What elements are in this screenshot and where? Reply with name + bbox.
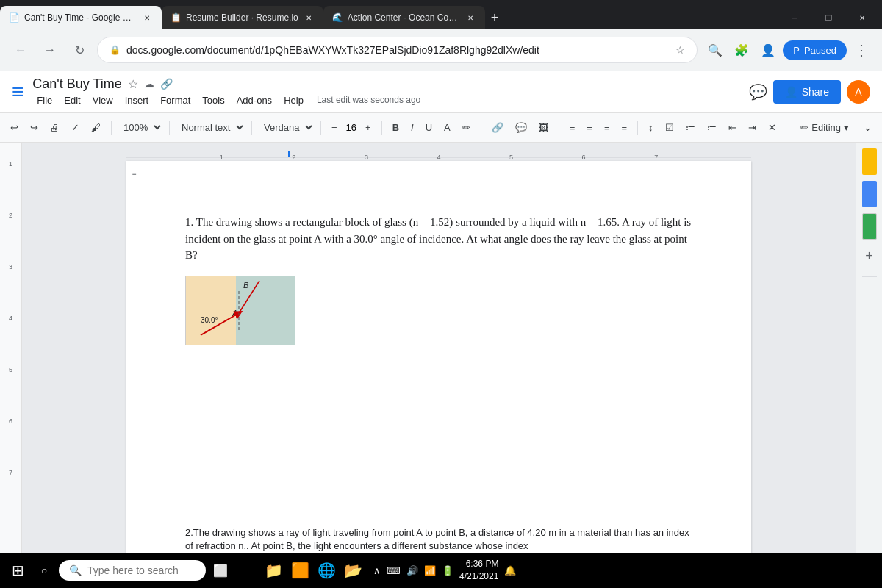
- minimize-button[interactable]: ─: [778, 6, 811, 29]
- chrome-icon: 🌐: [318, 562, 336, 579]
- taskbar-search-input[interactable]: [87, 564, 196, 576]
- italic-button[interactable]: I: [406, 119, 418, 136]
- menu-addons[interactable]: Add-ons: [232, 93, 276, 107]
- line-spacing-button[interactable]: ↕: [644, 119, 658, 136]
- search-icon-btn[interactable]: 🔍: [703, 38, 727, 62]
- taskbar-folder-icon[interactable]: 📁: [262, 559, 285, 582]
- taskbar-search-icon[interactable]: ○: [32, 559, 56, 582]
- taskbar-time-display[interactable]: 6:36 PM 4/21/2021: [459, 558, 498, 583]
- doc-page[interactable]: ≡ 1. The drawing shows a rectangular blo…: [126, 161, 751, 553]
- align-right-button[interactable]: ≡: [600, 119, 614, 136]
- right-panel-plus[interactable]: +: [865, 248, 873, 264]
- maximize-button[interactable]: ❐: [811, 6, 845, 29]
- expand-button[interactable]: ⌄: [859, 119, 876, 136]
- zoom-select[interactable]: 100%: [118, 120, 163, 135]
- profile-icon-btn[interactable]: 👤: [756, 38, 780, 62]
- menu-tools[interactable]: Tools: [198, 93, 229, 107]
- bold-button[interactable]: B: [388, 119, 404, 136]
- windows-start-button[interactable]: ⊞: [6, 559, 29, 582]
- tab-1[interactable]: 📄 Can't Buy Time - Google Docs ✕: [0, 6, 162, 29]
- taskbar-files-icon[interactable]: 📂: [341, 559, 365, 582]
- docs-favorite-icon[interactable]: ☆: [128, 77, 138, 91]
- back-button[interactable]: ←: [9, 38, 32, 62]
- ruler-num-3: 3: [365, 154, 368, 161]
- taskbar-search-bar[interactable]: 🔍: [59, 560, 206, 581]
- menu-edit[interactable]: Edit: [60, 93, 85, 107]
- mail-icon: ✉: [241, 562, 254, 579]
- number-list-button[interactable]: ≔: [703, 119, 721, 136]
- checklist-button[interactable]: ☑: [661, 119, 678, 136]
- refresh-button[interactable]: ↻: [68, 38, 91, 62]
- doc-scroll[interactable]: 1 2 3 4 5 6 7 ≡: [22, 143, 856, 553]
- forward-button[interactable]: →: [38, 38, 62, 62]
- bullet-list-button[interactable]: ≔: [681, 119, 700, 136]
- menu-view[interactable]: View: [88, 93, 118, 107]
- editing-dropdown[interactable]: ✏ Editing ▾: [793, 119, 856, 136]
- image-button[interactable]: 🖼: [534, 119, 553, 136]
- font-size-decrease[interactable]: −: [327, 119, 342, 136]
- ruler-cursor: [288, 151, 290, 157]
- redo-button[interactable]: ↪: [26, 119, 43, 136]
- date-text: 4/21/2021: [459, 570, 498, 583]
- docs-share-icon: 🔗: [160, 78, 173, 90]
- toolbar-separator-5: [381, 121, 382, 135]
- extensions-icon-btn[interactable]: 🧩: [730, 38, 753, 62]
- menu-insert[interactable]: Insert: [121, 93, 154, 107]
- url-bar[interactable]: 🔒 docs.google.com/document/d/1pQhEBaWXYW…: [97, 37, 698, 63]
- underline-button[interactable]: U: [421, 119, 437, 136]
- taskbar-chrome-icon[interactable]: 🌐: [315, 559, 338, 582]
- tab-1-close[interactable]: ✕: [141, 12, 153, 24]
- menu-help[interactable]: Help: [279, 93, 308, 107]
- font-select[interactable]: Verdana: [258, 120, 315, 135]
- new-tab-button[interactable]: +: [485, 10, 505, 26]
- right-panel-green-icon[interactable]: [862, 213, 877, 240]
- browser-menu-button[interactable]: ⋮: [850, 38, 873, 62]
- font-size-increase[interactable]: +: [361, 119, 376, 136]
- tab-3-close[interactable]: ✕: [465, 12, 476, 24]
- menu-format[interactable]: Format: [156, 93, 195, 107]
- docs-title-text: Can't Buy Time: [32, 76, 121, 92]
- taskbar-office-icon[interactable]: 🟧: [288, 559, 312, 582]
- toolbar-separator-6: [481, 121, 481, 135]
- tab-2-close[interactable]: ✕: [303, 12, 315, 24]
- taskbar-mail-icon[interactable]: ✉: [235, 559, 259, 582]
- right-panel: +: [856, 143, 882, 553]
- comment-icon[interactable]: 💬: [749, 83, 767, 101]
- notification-icon[interactable]: 🔔: [504, 565, 516, 576]
- print-button[interactable]: 🖨: [46, 119, 64, 136]
- link-button[interactable]: 🔗: [487, 119, 508, 136]
- undo-button[interactable]: ↩: [6, 119, 23, 136]
- app-area: ≡ Can't Buy Time ☆ ☁ 🔗 File Edit View In…: [0, 71, 882, 553]
- docs-menu: File Edit View Insert Format Tools Add-o…: [32, 93, 742, 107]
- align-justify-button[interactable]: ≡: [617, 119, 632, 136]
- align-left-button[interactable]: ≡: [565, 119, 580, 136]
- menu-file[interactable]: File: [32, 93, 57, 107]
- align-center-button[interactable]: ≡: [582, 119, 597, 136]
- tab-2[interactable]: 📋 Resume Builder · Resume.io ✕: [162, 6, 323, 29]
- indent-decrease-button[interactable]: ⇤: [724, 119, 741, 136]
- docs-title-area: Can't Buy Time ☆ ☁ 🔗 File Edit View Inse…: [32, 76, 742, 107]
- paused-button[interactable]: P Paused: [783, 40, 847, 60]
- wifi-icon[interactable]: 📶: [424, 565, 436, 576]
- right-panel-blue-icon[interactable]: [862, 181, 877, 207]
- up-arrow-icon[interactable]: ∧: [373, 565, 381, 576]
- indent-increase-button[interactable]: ⇥: [744, 119, 761, 136]
- color-button[interactable]: A: [440, 119, 455, 136]
- clear-format-button[interactable]: ✕: [764, 119, 781, 136]
- close-button[interactable]: ✕: [845, 6, 879, 29]
- window-controls: ─ ❐ ✕: [778, 6, 882, 29]
- taskview-button[interactable]: ⬜: [209, 559, 232, 582]
- style-select[interactable]: Normal text: [176, 120, 245, 135]
- speakers-icon[interactable]: 🔊: [406, 565, 418, 576]
- tab-2-label: Resume Builder · Resume.io: [186, 12, 298, 23]
- share-button[interactable]: 👤 Share: [773, 80, 841, 104]
- spellcheck-button[interactable]: ✓: [67, 119, 84, 136]
- docs-cloud-icon: ☁: [144, 78, 154, 90]
- highlight-button[interactable]: ✏: [458, 119, 475, 136]
- doc-area: 1 2 3 4 5 6 7 1 2 3 4: [0, 143, 882, 553]
- user-avatar[interactable]: A: [847, 80, 870, 104]
- tab-3[interactable]: 🌊 Action Center - Ocean Conserva… ✕: [323, 6, 485, 29]
- comment-button[interactable]: 💬: [511, 119, 531, 136]
- right-panel-yellow-icon[interactable]: [862, 148, 877, 175]
- paintformat-button[interactable]: 🖌: [87, 119, 105, 136]
